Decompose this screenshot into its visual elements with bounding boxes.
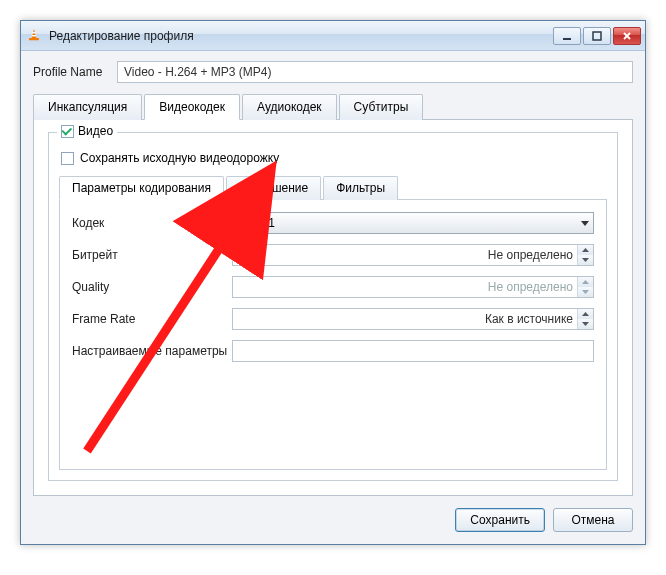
dialog-window: Редактирование профиля Profile Name Инка… [20,20,646,545]
codec-combo[interactable]: WMV1 [232,212,594,234]
chevron-down-icon [581,221,589,226]
subtab-filters[interactable]: Фильтры [323,176,398,200]
quality-row: Quality Не определено [72,276,594,298]
codec-row: Кодек WMV1 [72,212,594,234]
framerate-spin-buttons[interactable] [577,309,593,329]
maximize-button[interactable] [583,27,611,45]
tab-encapsulation[interactable]: Инкапсуляция [33,94,142,120]
svg-rect-2 [32,35,36,36]
svg-rect-5 [593,32,601,40]
spin-down-icon [578,287,593,297]
svg-marker-10 [582,280,589,284]
spin-down-icon[interactable] [578,319,593,329]
keep-original-row[interactable]: Сохранять исходную видеодорожку [61,151,607,165]
svg-marker-12 [582,312,589,316]
profile-name-row: Profile Name [33,61,633,83]
subtab-encoding-params[interactable]: Параметры кодирования [59,176,224,200]
spin-up-icon [578,277,593,287]
main-tabstrip: Инкапсуляция Видеокодек Аудиокодек Субти… [33,93,633,120]
encoding-params-page: Кодек WMV1 Битрейт Не определено [59,200,607,470]
sub-tabstrip: Параметры кодирования Разрешение Фильтры [59,175,607,200]
svg-marker-0 [32,29,37,38]
svg-rect-1 [32,32,35,33]
custom-input[interactable] [232,340,594,362]
cancel-button[interactable]: Отмена [553,508,633,532]
profile-name-label: Profile Name [33,65,117,79]
spin-up-icon[interactable] [578,309,593,319]
framerate-spin[interactable]: Как в источнике [232,308,594,330]
video-enable-legend[interactable]: Видео [57,124,117,138]
titlebar[interactable]: Редактирование профиля [21,21,645,51]
custom-label: Настраиваемые параметры [72,344,232,358]
spin-down-icon[interactable] [578,255,593,265]
window-buttons [553,27,641,45]
spin-up-icon[interactable] [578,245,593,255]
dialog-buttons: Сохранить Отмена [33,508,633,532]
bitrate-spin[interactable]: Не определено [232,244,594,266]
minimize-button[interactable] [553,27,581,45]
vlc-cone-icon [27,28,43,44]
subtab-resolution[interactable]: Разрешение [226,176,321,200]
bitrate-value: Не определено [239,248,577,262]
bitrate-spin-buttons[interactable] [577,245,593,265]
svg-rect-3 [29,38,39,40]
quality-label: Quality [72,280,232,294]
svg-marker-11 [582,290,589,294]
svg-marker-13 [582,322,589,326]
videocodec-page: Видео Сохранять исходную видеодорожку Па… [33,120,633,496]
codec-label: Кодек [72,216,232,230]
keep-original-checkbox[interactable] [61,152,74,165]
custom-row: Настраиваемые параметры [72,340,594,362]
bitrate-row: Битрейт Не определено [72,244,594,266]
video-enable-checkbox[interactable] [61,125,74,138]
tab-videocodec[interactable]: Видеокодек [144,94,240,120]
client-area: Profile Name Инкапсуляция Видеокодек Ауд… [21,51,645,544]
keep-original-label: Сохранять исходную видеодорожку [80,151,279,165]
window-title: Редактирование профиля [49,29,553,43]
framerate-row: Frame Rate Как в источнике [72,308,594,330]
svg-rect-4 [563,38,571,40]
tab-audiocodec[interactable]: Аудиокодек [242,94,337,120]
framerate-label: Frame Rate [72,312,232,326]
save-button[interactable]: Сохранить [455,508,545,532]
bitrate-label: Битрейт [72,248,232,262]
codec-value: WMV1 [239,216,275,230]
svg-marker-8 [582,248,589,252]
video-fieldset: Видео Сохранять исходную видеодорожку Па… [48,132,618,481]
tab-subtitles[interactable]: Субтитры [339,94,424,120]
svg-marker-9 [582,258,589,262]
video-enable-label: Видео [78,124,113,138]
framerate-value: Как в источнике [239,312,577,326]
quality-spin: Не определено [232,276,594,298]
quality-value: Не определено [239,280,577,294]
quality-spin-buttons [577,277,593,297]
close-button[interactable] [613,27,641,45]
profile-name-input[interactable] [117,61,633,83]
